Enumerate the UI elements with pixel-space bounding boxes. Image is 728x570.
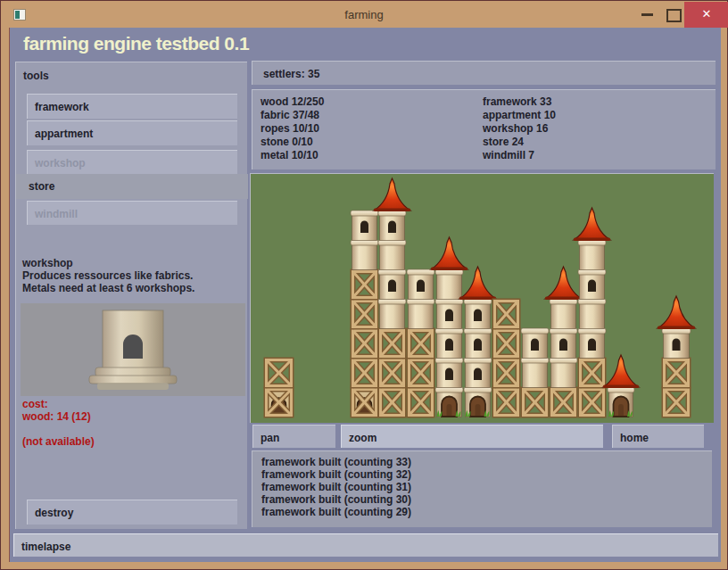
- close-button[interactable]: ✕: [684, 2, 728, 28]
- resource-list-materials: wood 12/250 fabric 37/48 ropes 10/10 sto…: [261, 95, 324, 162]
- building-count-item: windmill 7: [483, 149, 556, 162]
- tool-button-store[interactable]: store: [16, 174, 248, 199]
- resource-item: metal 10/10: [261, 149, 324, 162]
- settlers-bar: settlers: 35: [252, 61, 716, 85]
- resource-item: fabric 37/48: [261, 109, 324, 122]
- game-viewport[interactable]: [250, 173, 714, 423]
- maximize-button[interactable]: [660, 2, 685, 28]
- resource-item: ropes 10/10: [261, 122, 324, 136]
- tools-heading: tools: [23, 70, 49, 82]
- resources-panel: wood 12/250 fabric 37/48 ropes 10/10 sto…: [252, 89, 716, 169]
- log-entry: framework built (counting 31): [261, 481, 712, 493]
- log-entry: framework built (counting 29): [261, 506, 712, 518]
- home-button[interactable]: home: [612, 425, 704, 448]
- zoom-button[interactable]: zoom: [341, 425, 603, 448]
- log-entry: framework built (counting 32): [261, 468, 712, 481]
- selected-building-preview: [21, 303, 245, 396]
- timelapse-button[interactable]: timelapse: [13, 533, 718, 557]
- building-count-item: framework 33: [483, 95, 556, 109]
- resource-list-buildings: framework 33 appartment 10 workshop 16 s…: [483, 95, 556, 162]
- event-log: framework built (counting 33) framework …: [252, 450, 712, 527]
- settlers-count: settlers: 35: [263, 68, 319, 80]
- client-area: farming engine testbed 0.1 tools framewo…: [9, 28, 721, 562]
- game-scene: [251, 174, 713, 422]
- cost-detail: wood: 14 (12): [22, 410, 91, 423]
- tool-button-framework[interactable]: framework: [27, 94, 237, 119]
- building-count-item: appartment 10: [483, 109, 556, 122]
- destroy-button[interactable]: destroy: [27, 500, 237, 525]
- selected-building-description: workshop Produces ressources like fabric…: [22, 257, 194, 294]
- building-count-item: store 24: [483, 136, 556, 149]
- title-bar[interactable]: farming ✕: [2, 2, 726, 28]
- tool-button-workshop[interactable]: workshop: [27, 150, 237, 174]
- log-entry: framework built (counting 33): [261, 456, 712, 468]
- tool-button-appartment[interactable]: appartment: [27, 120, 237, 145]
- building-count-item: workshop 16: [483, 122, 556, 136]
- preview-tower-image: [21, 303, 245, 396]
- tools-panel: tools framework appartment workshop stor…: [15, 62, 247, 529]
- tool-button-windmill[interactable]: windmill: [27, 201, 237, 225]
- minimize-button[interactable]: [635, 2, 660, 28]
- cost-label: cost:: [22, 398, 91, 410]
- pan-button[interactable]: pan: [252, 425, 335, 448]
- availability-status: (not available): [22, 435, 95, 448]
- resource-item: wood 12/250: [261, 95, 324, 109]
- page-title: farming engine testbed 0.1: [23, 33, 249, 54]
- log-entry: framework built (counting 30): [261, 493, 712, 506]
- app-window: farming ✕ farming engine testbed 0.1 too…: [0, 0, 728, 570]
- resource-item: stone 0/10: [261, 136, 324, 149]
- window-title: farming: [2, 8, 726, 21]
- selected-building-name: workshop: [22, 257, 194, 269]
- cost-block: cost: wood: 14 (12): [22, 398, 91, 423]
